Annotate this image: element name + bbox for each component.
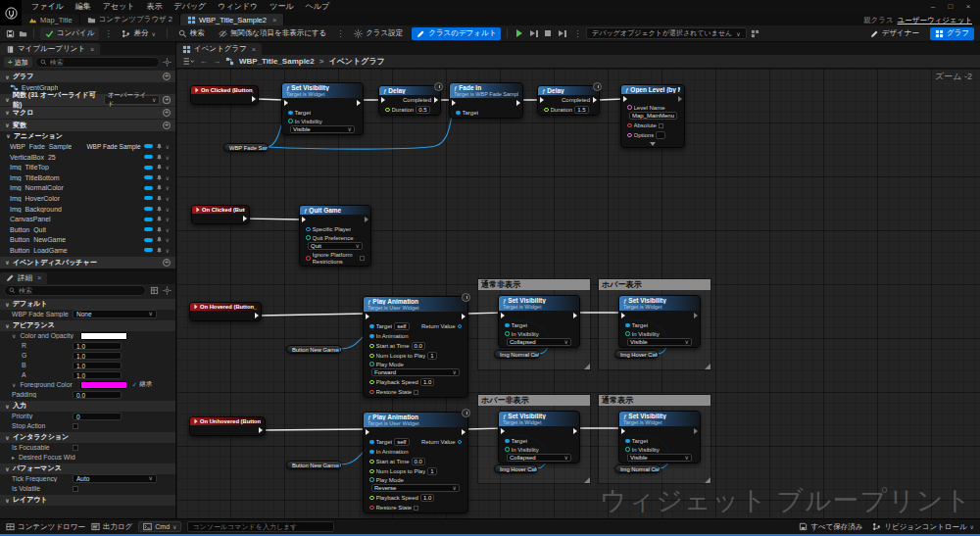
section-graph[interactable]: ∨グラフ+ (0, 71, 175, 82)
pin-select[interactable]: Collapsed∨ (507, 338, 571, 346)
node-advanced-toggle[interactable] (621, 140, 684, 147)
frame-skip-button[interactable] (528, 29, 539, 38)
output-pin[interactable] (532, 468, 536, 472)
variable-row-CanvasPanel[interactable]: CanvasPanel∨ (0, 214, 175, 224)
pin-text-field[interactable]: 0.5 (416, 106, 429, 114)
exec-pin-in[interactable] (452, 100, 456, 106)
data-pin[interactable] (369, 380, 374, 385)
function-node-delay-2[interactable]: ƒDelayCompletedDuration1.5 (537, 85, 600, 116)
pin-select[interactable]: Visible∨ (627, 338, 692, 346)
pin-select[interactable]: Collapsed∨ (507, 454, 571, 462)
pin-text-field[interactable] (656, 131, 665, 139)
variable-row-Button_LoadGame[interactable]: Button_LoadGame∨ (0, 245, 175, 256)
override-button[interactable]: オーバーライド∨ (104, 95, 161, 105)
debug-object-select[interactable]: デバッグオブジェクトが選択されていません∨ (586, 27, 746, 39)
exec-pin-in[interactable] (366, 314, 369, 319)
function-node-set-visibility-hover-hide[interactable]: ƒSet VisibilityTarget is WidgetTargetIn … (498, 411, 580, 463)
play-options-kebab[interactable]: ⋮ (572, 29, 582, 38)
output-pin[interactable] (263, 147, 267, 151)
exec-pin-in[interactable] (366, 429, 369, 435)
breadcrumb-root[interactable]: WBP_Title_Sample2 (239, 57, 315, 66)
close-icon[interactable]: × (90, 45, 94, 54)
chevron-down-icon[interactable]: ∨ (166, 226, 170, 233)
pin-select[interactable]: Forward∨ (371, 368, 460, 376)
graph-list-icon[interactable] (182, 57, 195, 66)
browse-asset-icon[interactable] (19, 29, 27, 38)
bell-icon[interactable] (156, 236, 163, 243)
details-search[interactable] (4, 285, 146, 296)
close-button[interactable]: × (960, 0, 976, 13)
variable-row-Button_Quit[interactable]: Button_Quit∨ (0, 224, 175, 235)
data-pin[interactable] (369, 354, 374, 359)
function-node-open-level[interactable]: ƒOpen Level (by Name)Level NameMap_MainM… (620, 84, 685, 148)
data-pin[interactable] (505, 331, 510, 336)
add-icon[interactable]: + (163, 96, 171, 104)
add-icon[interactable]: + (163, 109, 171, 117)
pin-value-box[interactable]: self (394, 438, 409, 446)
exec-pin-in[interactable] (501, 313, 505, 318)
var-wbp-fade-sample[interactable]: WBP Fade Sample (223, 143, 269, 152)
output-pin[interactable] (534, 354, 538, 358)
data-pin[interactable] (306, 227, 311, 232)
comment-resize-handle[interactable] (584, 364, 590, 369)
settings-gear-icon[interactable] (163, 286, 172, 295)
search-input[interactable] (19, 287, 141, 294)
details-section-2[interactable]: ∨アピアランス (0, 320, 175, 331)
class-defaults-button[interactable]: クラスのデフォルト (412, 27, 501, 40)
section-functions[interactable]: ∨関数 (31 オーバーライド可能)オーバーライド∨+ (0, 94, 175, 106)
data-pin[interactable] (458, 440, 463, 445)
tab-details[interactable]: 詳細× (0, 272, 47, 284)
pin-text-field[interactable]: 1.5 (574, 106, 588, 114)
output-log-button[interactable]: 出力ログ (91, 522, 132, 532)
exec-pin-out[interactable] (462, 429, 466, 435)
property-value[interactable]: 0.0 (73, 391, 122, 399)
exec-pin-out[interactable] (573, 428, 577, 434)
pin-select[interactable]: Reverse∨ (371, 484, 460, 492)
bell-icon[interactable] (156, 154, 163, 161)
play-button[interactable] (514, 29, 524, 38)
stop-button[interactable] (543, 29, 553, 38)
exec-pin-out[interactable] (516, 100, 520, 106)
var-img-hover-color-1[interactable]: Img Hover Color (614, 350, 659, 359)
event-node-event-on-clicked-newgame[interactable]: On Clicked (Button_NewGame) (190, 85, 259, 105)
exec-pin-out[interactable] (252, 96, 256, 102)
chevron-down-icon[interactable]: ∨ (166, 174, 170, 181)
bell-icon[interactable] (156, 143, 163, 150)
output-pin[interactable] (336, 464, 340, 468)
pin-text-field[interactable]: 1.0 (420, 494, 434, 502)
data-pin[interactable] (625, 439, 630, 444)
section-variables[interactable]: ∨変数+ (0, 120, 175, 131)
exec-pin-out[interactable] (694, 428, 698, 434)
exec-pin-in[interactable] (501, 428, 505, 434)
close-icon[interactable]: × (252, 45, 256, 54)
maximize-button[interactable]: □ (943, 0, 958, 13)
exec-pin-out[interactable] (434, 97, 438, 103)
content-drawer-button[interactable]: コンテンツドロワー (6, 522, 85, 532)
property-checkbox[interactable] (73, 423, 78, 429)
section-event-dispatchers[interactable]: ∨イベントディスパッチャー+ (0, 257, 175, 268)
add-icon[interactable]: + (163, 73, 171, 80)
menu-item-5[interactable]: ウィンドウ (212, 2, 264, 11)
property-value[interactable]: 0 (73, 413, 122, 420)
console-command-input[interactable] (187, 521, 334, 532)
class-settings-button[interactable]: クラス設定 (349, 27, 408, 40)
chevron-down-icon[interactable]: ∨ (166, 154, 170, 161)
function-node-set-visibility-main[interactable]: ƒSet VisibilityTarget is WidgetTargetIn … (281, 82, 364, 135)
data-pin[interactable] (369, 477, 374, 482)
bell-icon[interactable] (156, 226, 163, 233)
details-section-13[interactable]: ∨インタラクション (0, 432, 175, 443)
pin-text-field[interactable]: Map_MainMenu (629, 112, 677, 120)
property-checkbox[interactable] (73, 445, 78, 451)
property-matrix-icon[interactable] (150, 286, 159, 295)
function-node-set-visibility-hover-show[interactable]: ƒSet VisibilityTarget is WidgetTargetIn … (618, 295, 701, 348)
event-node-event-on-unhovered-newgame[interactable]: On Unhovered (Button_NewGame) (189, 416, 266, 436)
function-node-quit-game[interactable]: ƒQuit GameSpecific PlayerQuit Preference… (299, 205, 371, 267)
bell-icon[interactable] (156, 216, 163, 222)
diff-button[interactable]: 差分∨ (117, 27, 160, 40)
forward-icon[interactable]: → (213, 57, 220, 66)
close-icon[interactable]: × (272, 16, 276, 24)
pin-text-field[interactable]: 0.0 (412, 458, 425, 465)
chevron-down-icon[interactable]: ∨ (166, 184, 170, 191)
variable-row-Button_NewGame[interactable]: Button_NewGame∨ (0, 235, 175, 246)
variable-row-Img_TitleTop[interactable]: Img_TitleTop∨ (0, 162, 175, 172)
